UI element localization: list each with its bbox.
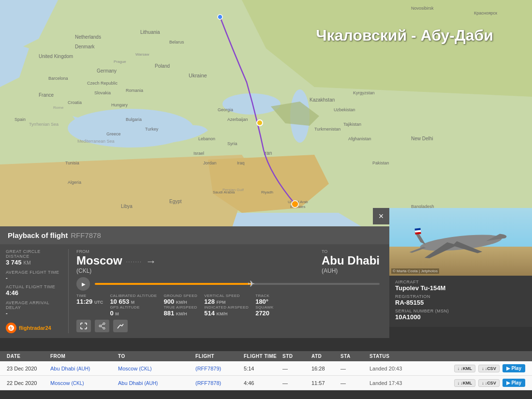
svg-text:Libya: Libya: [121, 204, 133, 209]
time-label: TIME: [76, 294, 103, 298]
gs-value: 900 KM/H: [163, 298, 197, 305]
share-button[interactable]: [95, 320, 109, 332]
col-header-from: FROM: [48, 354, 116, 359]
actual-flight-value: 4:46: [6, 289, 64, 296]
svg-text:Красноярск: Красноярск: [474, 11, 497, 15]
chart-button[interactable]: [113, 320, 128, 332]
fullscreen-button[interactable]: [76, 320, 91, 332]
row2-to: Abu Dhabi (AUH): [116, 380, 193, 386]
origin-info: FROM Moscow (CKL): [76, 249, 122, 274]
col-header-status: STATUS: [368, 354, 450, 359]
aircraft-side-panel: © Marta Costa | Jetphotos AIRCRAFT Tupol…: [389, 208, 532, 327]
svg-point-57: [292, 201, 298, 207]
serial-label: SERIAL NUMBER (MSN): [395, 309, 526, 313]
svg-text:Belarus: Belarus: [169, 40, 184, 44]
flight-info-panel: Playback of flight RFF7878 GREAT CIRCLE …: [0, 226, 389, 338]
from-label: FROM: [76, 249, 122, 254]
svg-text:Poland: Poland: [155, 63, 170, 69]
svg-text:Turkmenistan: Turkmenistan: [314, 127, 340, 132]
time-value: 11:29 UTC: [76, 298, 103, 305]
row2-actions: ↓ ↓KML ↓ ↓CSV ▶ Play: [450, 379, 527, 387]
row2-csv-button[interactable]: ↓ ↓CSV: [478, 379, 500, 387]
row2-flight-num[interactable]: (RFF7878): [195, 380, 221, 386]
svg-text:Spain: Spain: [15, 117, 26, 122]
registration-row: REGISTRATION RA-85155: [395, 294, 526, 306]
great-circle-value: 3 745: [6, 259, 22, 266]
time-unit: UTC: [94, 300, 103, 305]
svg-text:Turkey: Turkey: [145, 127, 159, 132]
col-header-sta: STA: [339, 354, 368, 359]
svg-text:Jordan: Jordan: [203, 161, 217, 165]
gps-alt-unit: M: [115, 311, 119, 316]
row1-play-button[interactable]: ▶ Play: [502, 364, 525, 372]
row2-atd: 11:57: [310, 380, 339, 386]
row1-to-city[interactable]: Moscow: [118, 366, 137, 371]
svg-text:Rome: Rome: [53, 105, 64, 110]
cal-alt-value: 10 653 M: [110, 298, 157, 305]
col-header-std: STD: [281, 354, 310, 359]
to-label: TO: [322, 249, 380, 254]
squawk-value: 2720: [255, 310, 274, 317]
close-panel-button[interactable]: ×: [373, 208, 389, 224]
row2-from-code: (CKL): [71, 381, 84, 386]
row1-from-city[interactable]: Abu Dhabi: [50, 366, 75, 371]
svg-text:Egypt: Egypt: [169, 199, 182, 204]
row2-kml-button[interactable]: ↓ ↓KML: [454, 379, 476, 387]
col-header-ftime: FLIGHT TIME: [242, 354, 281, 359]
dest-code: (AUH): [322, 267, 380, 274]
svg-text:Afghanistan: Afghanistan: [348, 136, 371, 141]
ias-unit: KM/H: [217, 311, 228, 316]
svg-text:Warsaw: Warsaw: [135, 52, 149, 57]
row1-status: Landed 20:43: [368, 366, 450, 371]
col-header-actions: [450, 354, 527, 359]
row1-from-code: (AUH): [76, 366, 90, 371]
row2-status: Landed 17:43: [368, 380, 450, 386]
play-button[interactable]: [76, 277, 90, 291]
svg-text:Barcelona: Barcelona: [48, 76, 68, 81]
vs-unit: FPM: [217, 300, 226, 305]
aircraft-photo: © Marta Costa | Jetphotos: [389, 208, 532, 276]
gps-alt-num: 0: [110, 310, 113, 317]
gs-num: 900: [163, 298, 174, 305]
vs-num: 128: [204, 298, 215, 305]
col-header-atd: ATD: [310, 354, 339, 359]
svg-text:Slovakia: Slovakia: [94, 90, 111, 95]
table-header-row: DATE FROM TO FLIGHT FLIGHT TIME STD ATD …: [0, 351, 532, 361]
row1-flight: (RFF7879): [193, 366, 242, 371]
svg-text:Croatia: Croatia: [68, 100, 82, 105]
row2-to-city[interactable]: Abu Dhabi: [118, 380, 143, 386]
telemetry-row: TIME 11:29 UTC CALIBRATED ALTITUDE 10 65…: [76, 294, 380, 317]
row1-kml-button[interactable]: ↓ ↓KML: [454, 365, 476, 372]
row1-flight-num[interactable]: (RFF7879): [195, 366, 221, 371]
row1-csv-button[interactable]: ↓ ↓CSV: [478, 365, 500, 372]
download-icon: ↓: [458, 366, 460, 371]
row1-to-code: (CKL): [139, 366, 151, 371]
vertical-speed-display: VERTICAL SPEED 128 FPM INDICATED AIRSPEE…: [204, 294, 249, 317]
gps-alt-label: GPS ALTITUDE: [110, 305, 157, 310]
cal-alt-label: CALIBRATED ALTITUDE: [110, 294, 157, 298]
destination-info: TO Abu Dhabi (AUH): [322, 249, 380, 274]
row1-actions: ↓ ↓KML ↓ ↓CSV ▶ Play: [450, 364, 527, 372]
svg-text:Novosibirsk: Novosibirsk: [411, 6, 434, 11]
svg-text:New Delhi: New Delhi: [411, 136, 433, 141]
fr-logo-text: flightradar24: [19, 325, 51, 331]
tas-num: 881: [163, 310, 174, 317]
svg-text:Germany: Germany: [97, 68, 117, 74]
row2-from-city[interactable]: Moscow: [50, 380, 70, 386]
close-icon: ×: [379, 211, 384, 222]
row2-play-button[interactable]: ▶ Play: [502, 379, 525, 387]
row1-status-badge: Landed 20:43: [369, 366, 402, 371]
registration-label: REGISTRATION: [395, 294, 526, 299]
map-route-title: Чкаловский - Абу-Даби: [316, 27, 493, 44]
gps-alt-value: 0 M: [110, 310, 157, 317]
row2-status-badge: Landed 17:43: [369, 380, 402, 386]
time-display: TIME 11:29 UTC: [76, 294, 103, 317]
svg-point-63: [103, 327, 105, 329]
row2-sta: —: [339, 380, 368, 386]
download-icon: ↓: [482, 381, 484, 385]
svg-text:fr: fr: [10, 326, 13, 331]
download-icon: ↓: [458, 381, 460, 385]
control-icons-row: [76, 320, 380, 332]
tas-value: 881 KM/H: [163, 310, 197, 317]
progress-bar-track[interactable]: ✈: [95, 283, 380, 285]
